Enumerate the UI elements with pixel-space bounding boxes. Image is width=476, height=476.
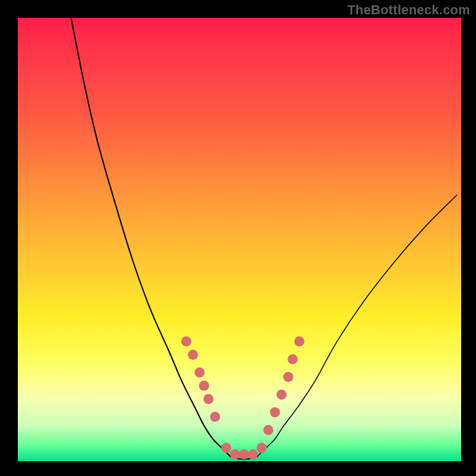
curve-layer <box>18 18 461 461</box>
sample-marker <box>221 443 231 453</box>
sample-marker <box>210 412 220 422</box>
sample-marker <box>248 449 258 459</box>
curve-right-branch <box>257 195 456 457</box>
chart-frame: TheBottleneck.com <box>0 0 476 476</box>
sample-marker <box>199 381 209 391</box>
sample-marker <box>283 372 293 382</box>
sample-markers <box>181 336 305 459</box>
watermark-text: TheBottleneck.com <box>347 2 470 18</box>
sample-marker <box>203 394 214 404</box>
curve-left-branch <box>71 18 230 457</box>
sample-marker <box>295 336 305 346</box>
sample-marker <box>270 408 280 418</box>
sample-marker <box>277 390 287 400</box>
sample-marker <box>263 425 273 435</box>
sample-marker <box>181 336 192 346</box>
sample-marker <box>256 443 267 453</box>
plot-area <box>18 18 461 461</box>
sample-marker <box>287 354 298 364</box>
sample-marker <box>230 449 240 459</box>
sample-marker <box>188 350 198 360</box>
sample-marker <box>195 368 205 378</box>
sample-marker <box>239 449 249 459</box>
